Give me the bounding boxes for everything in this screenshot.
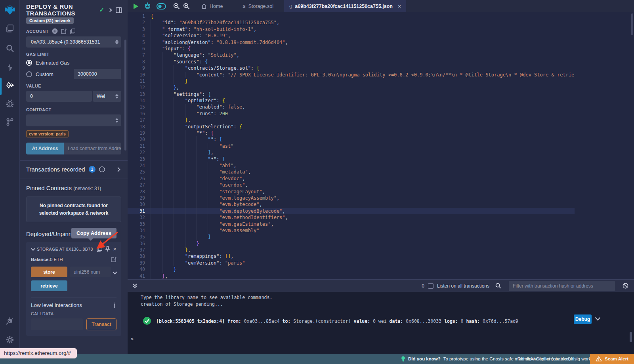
collapse-terminal-icon[interactable]	[132, 283, 137, 289]
pin-panel-icon[interactable]	[116, 7, 122, 13]
code-line[interactable]: 5"solcLongVersion": "0.8.19+commit.7dd6d…	[128, 39, 575, 46]
custom-gas-radio[interactable]	[26, 71, 32, 77]
tab-json-file[interactable]: {} a69b43f277ba20fcac141151250ca755.json…	[284, 0, 406, 12]
code-line[interactable]: 6"input": {	[128, 46, 575, 52]
code-line[interactable]: 32"evm.methodIdentifiers",	[128, 214, 575, 221]
expand-tx-details-icon[interactable]	[595, 317, 601, 321]
listen-checkbox[interactable]	[428, 283, 433, 289]
code-line[interactable]: 14"optimizer": {	[128, 97, 575, 104]
code-line[interactable]: 40}	[128, 266, 575, 273]
collapse-contract-icon[interactable]	[31, 246, 35, 251]
plugin-manager-icon[interactable]	[5, 316, 15, 326]
code-line[interactable]: 36}	[128, 240, 575, 247]
code-line[interactable]: 15"enabled": false,	[128, 104, 575, 110]
code-line[interactable]: 37},	[128, 247, 575, 253]
code-line[interactable]: 2"id": "a69b43f277ba20fcac141151250ca755…	[128, 19, 575, 26]
code-line[interactable]: 21"ast"	[128, 143, 575, 149]
code-line[interactable]: 26"devdoc",	[128, 175, 575, 182]
settings-gear-icon[interactable]	[5, 335, 15, 345]
search-icon[interactable]	[5, 44, 15, 53]
code-line[interactable]: 12},	[128, 84, 575, 91]
code-line[interactable]: 35]	[128, 234, 575, 240]
zoom-in-icon[interactable]	[183, 3, 190, 10]
code-line[interactable]: 39"evmVersion": "paris"	[128, 260, 575, 266]
code-line[interactable]: 29"evm.legacyAssembly",	[128, 195, 575, 201]
code-line[interactable]: 18"outputSelection": {	[128, 124, 575, 130]
code-line[interactable]: 33"evm.gasEstimates",	[128, 221, 575, 227]
custom-gas-input[interactable]: 3000000	[74, 69, 121, 79]
store-button[interactable]: store	[31, 267, 67, 277]
debug-button[interactable]: Debug	[574, 314, 592, 324]
run-script-icon[interactable]	[133, 3, 139, 10]
contract-select[interactable]	[26, 114, 121, 126]
calldata-input[interactable]	[31, 318, 83, 330]
code-line[interactable]: 22],	[128, 149, 575, 156]
code-line[interactable]: 31"evm.deployedBytecode",	[128, 208, 575, 214]
code-line[interactable]: 7"language": "Solidity",	[128, 52, 575, 58]
clear-console-icon[interactable]	[623, 283, 628, 289]
code-line[interactable]: 38"remappings": [],	[128, 253, 575, 259]
copy-account-icon[interactable]	[70, 29, 75, 34]
add-account-icon[interactable]	[52, 28, 58, 34]
code-line[interactable]: 19"*": {	[128, 130, 575, 136]
code-line[interactable]: 11}	[128, 78, 575, 84]
file-explorer-icon[interactable]	[5, 24, 15, 33]
editor-scrollbar[interactable]	[631, 13, 633, 35]
remix-logo-icon[interactable]	[4, 4, 16, 16]
at-address-button[interactable]: At Address	[26, 143, 64, 154]
code-line[interactable]: 34"evm.assembly"	[128, 227, 575, 234]
value-input[interactable]: 0	[26, 91, 92, 102]
estimated-gas-radio[interactable]	[26, 60, 32, 66]
edit-balance-icon[interactable]	[111, 257, 116, 262]
store-arg-input[interactable]: uint256 num	[70, 267, 111, 277]
code-line[interactable]: 28"storageLayout",	[128, 189, 575, 195]
scam-alert-badge[interactable]: Scam Alert	[590, 354, 634, 364]
at-address-input[interactable]: Load contract from Addre	[64, 143, 121, 154]
account-stepper[interactable]	[115, 40, 118, 44]
expand-args-icon[interactable]	[113, 270, 117, 274]
value-unit-select[interactable]: Wei	[93, 91, 121, 102]
transaction-log-row[interactable]: [block:5583405 txIndex:4] from: 0xa03...…	[128, 316, 634, 326]
terminal-prompt[interactable]: >	[131, 336, 134, 342]
tab-storage-sol[interactable]: S Storage.sol	[237, 0, 279, 12]
code-editor[interactable]: 1{2"id": "a69b43f277ba20fcac141151250ca7…	[128, 13, 575, 279]
panel-scrollbar[interactable]	[124, 40, 126, 151]
solidity-compiler-icon[interactable]	[5, 63, 15, 72]
code-line[interactable]: 10"content": "// SPDX-License-Identifier…	[128, 72, 575, 78]
chevron-right-icon[interactable]	[108, 8, 112, 12]
terminal-scrollbar[interactable]	[630, 332, 632, 342]
code-line[interactable]: 1{	[128, 13, 575, 19]
code-line[interactable]: 17},	[128, 117, 575, 123]
git-icon[interactable]	[5, 117, 15, 127]
code-line[interactable]: 8"sources": {	[128, 59, 575, 65]
code-line[interactable]: 41},	[128, 273, 575, 279]
code-line[interactable]: 3"_format": "hh-sol-build-info-1",	[128, 26, 575, 32]
close-tab-icon[interactable]: ×	[398, 3, 401, 10]
retrieve-button[interactable]: retrieve	[31, 280, 67, 291]
copilot-toggle-icon[interactable]	[157, 3, 166, 10]
code-line[interactable]: 20"": [	[128, 136, 575, 143]
info-icon[interactable]	[99, 166, 105, 172]
code-line[interactable]: 9"contracts/Storage.sol": {	[128, 65, 575, 71]
deploy-and-run-icon[interactable]	[5, 82, 15, 91]
info-icon[interactable]	[113, 303, 116, 308]
edit-account-icon[interactable]	[61, 29, 67, 34]
copilot-status[interactable]: RemixAI Copilot (enabled)	[518, 356, 571, 361]
tab-home[interactable]: Home	[196, 0, 228, 12]
code-line[interactable]: 4"solcVersion": "0.8.19",	[128, 32, 575, 39]
account-select[interactable]: 0xA03...85ac4 (0.39866531531	[26, 36, 121, 48]
code-line[interactable]: 30"evm.bytecode",	[128, 201, 575, 208]
zoom-out-icon[interactable]	[173, 3, 180, 10]
terminal-search-icon[interactable]	[495, 283, 501, 289]
transact-button[interactable]: Transact	[86, 318, 116, 330]
code-line[interactable]: 16"runs": 200	[128, 111, 575, 117]
code-line[interactable]: 24"abi",	[128, 162, 575, 169]
ai-copilot-robot-icon[interactable]	[144, 2, 151, 10]
code-line[interactable]: 25"metadata",	[128, 169, 575, 175]
code-line[interactable]: 23"*": [	[128, 156, 575, 162]
expand-transactions-icon[interactable]	[116, 167, 120, 172]
code-line[interactable]: 27"userdoc",	[128, 182, 575, 188]
debugger-icon[interactable]	[5, 99, 15, 109]
code-line[interactable]: 13"settings": {	[128, 91, 575, 97]
terminal[interactable]: Type the library name to see available c…	[128, 292, 634, 354]
